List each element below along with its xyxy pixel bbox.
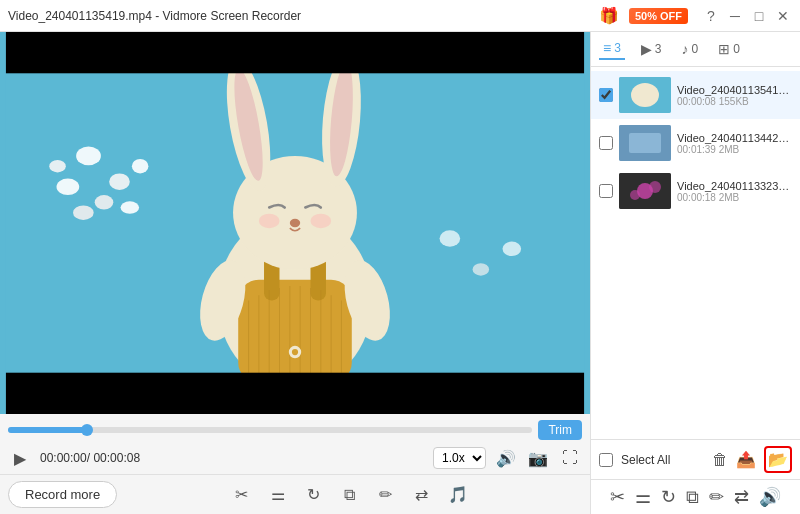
annotate-icon[interactable]: ✏ — [709, 486, 724, 508]
merge-icon[interactable]: ⚌ — [635, 486, 651, 508]
progress-bar[interactable] — [8, 427, 532, 433]
audio-icon[interactable]: 🎵 — [445, 482, 471, 508]
svg-point-49 — [649, 181, 661, 193]
total-time: 00:00:08 — [93, 451, 140, 465]
minimize-icon[interactable]: ─ — [726, 8, 744, 24]
svg-point-37 — [292, 349, 298, 355]
svg-rect-41 — [6, 373, 584, 414]
media-info-3: Video_240401133237.mp4 00:00:18 2MB — [677, 180, 792, 203]
current-time: 00:00:00 — [40, 451, 87, 465]
maximize-icon[interactable]: □ — [750, 8, 768, 24]
video-tab-icon: ▶ — [641, 41, 652, 57]
transform-icon[interactable]: ⇄ — [409, 482, 435, 508]
media-duration-3: 00:00:18 — [677, 192, 716, 203]
trim-button[interactable]: Trim — [538, 420, 582, 440]
media-meta-2: 00:01:39 2MB — [677, 144, 792, 155]
camera-icon[interactable]: 📷 — [526, 446, 550, 470]
media-name-2: Video_240401134422.mp4 — [677, 132, 792, 144]
equalizer-icon[interactable]: ⚌ — [265, 482, 291, 508]
image-tab-count: 0 — [733, 42, 740, 56]
media-thumb-1 — [619, 77, 671, 113]
fullscreen-icon[interactable]: ⛶ — [558, 446, 582, 470]
gift-icon: 🎁 — [599, 6, 619, 25]
cut-icon[interactable]: ✂ — [229, 482, 255, 508]
tab-video[interactable]: ▶ 3 — [637, 39, 666, 59]
media-thumb-3 — [619, 173, 671, 209]
media-meta-1: 00:00:08 155KB — [677, 96, 792, 107]
svg-point-7 — [121, 201, 140, 213]
export-icon[interactable]: 📤 — [736, 450, 756, 469]
clip-icon[interactable]: ✂ — [610, 486, 625, 508]
svg-point-9 — [440, 230, 461, 247]
svg-rect-13 — [238, 280, 352, 383]
svg-point-4 — [95, 195, 114, 209]
copy-icon[interactable]: ⧉ — [337, 482, 363, 508]
svg-point-5 — [132, 159, 149, 173]
sound-icon[interactable]: 🔊 — [759, 486, 781, 508]
duplicate-icon[interactable]: ⧉ — [686, 487, 699, 508]
media-thumb-2 — [619, 125, 671, 161]
tab-list[interactable]: ≡ 3 — [599, 38, 625, 60]
speed-select[interactable]: 1.0x 0.5x 1.5x 2.0x — [433, 447, 486, 469]
play-button[interactable]: ▶ — [8, 446, 32, 470]
select-all-label: Select All — [621, 453, 704, 467]
record-more-button[interactable]: Record more — [8, 481, 117, 508]
media-item-checkbox-2[interactable] — [599, 136, 613, 150]
media-duration-2: 00:01:39 — [677, 144, 716, 155]
media-item[interactable]: Video_240401135419.mp4 00:00:08 155KB — [591, 71, 800, 119]
tab-image[interactable]: ⊞ 0 — [714, 39, 744, 59]
audio-tab-count: 0 — [692, 42, 699, 56]
image-tab-icon: ⊞ — [718, 41, 730, 57]
media-tabs: ≡ 3 ▶ 3 ♪ 0 ⊞ 0 — [591, 32, 800, 67]
svg-point-3 — [57, 179, 80, 196]
media-meta-3: 00:00:18 2MB — [677, 192, 792, 203]
left-panel: Trim ▶ 00:00:00/ 00:00:08 1.0x 0.5x 1.5x… — [0, 32, 590, 514]
help-icon[interactable]: ? — [702, 8, 720, 24]
main-content: Trim ▶ 00:00:00/ 00:00:08 1.0x 0.5x 1.5x… — [0, 32, 800, 514]
bottom-bar: Record more ✂ ⚌ ↻ ⧉ ✏ ⇄ 🎵 — [0, 474, 590, 514]
media-item[interactable]: Video_240401133237.mp4 00:00:18 2MB — [591, 167, 800, 215]
svg-point-10 — [473, 263, 490, 275]
edit-icon[interactable]: ✏ — [373, 482, 399, 508]
svg-point-31 — [290, 219, 300, 227]
tab-audio[interactable]: ♪ 0 — [678, 39, 703, 59]
title-bar-text: Video_240401135419.mp4 - Vidmore Screen … — [8, 9, 599, 23]
right-bottom: Select All 🗑 📤 📂 ✂ ⚌ ↻ ⧉ ✏ ⇄ 🔊 — [591, 439, 800, 514]
video-area — [0, 32, 590, 414]
media-name-1: Video_240401135419.mp4 — [677, 84, 792, 96]
title-bar: Video_240401135419.mp4 - Vidmore Screen … — [0, 0, 800, 32]
svg-point-1 — [76, 147, 101, 166]
media-item-checkbox-3[interactable] — [599, 184, 613, 198]
svg-point-8 — [49, 160, 66, 172]
promo-badge[interactable]: 50% OFF — [629, 8, 688, 24]
rotate-icon[interactable]: ↻ — [301, 482, 327, 508]
progress-handle[interactable] — [81, 424, 93, 436]
flip-icon[interactable]: ⇄ — [734, 486, 749, 508]
promo-text: 50% OFF — [635, 10, 682, 22]
delete-icon[interactable]: 🗑 — [712, 451, 728, 469]
svg-point-43 — [631, 83, 659, 107]
svg-point-6 — [73, 205, 94, 219]
media-size-2: 2MB — [719, 144, 740, 155]
svg-point-2 — [109, 173, 130, 190]
close-icon[interactable]: ✕ — [774, 8, 792, 24]
bottom-actions: ✂ ⚌ ↻ ⧉ ✏ ⇄ 🔊 — [591, 480, 800, 514]
media-list: Video_240401135419.mp4 00:00:08 155KB — [591, 67, 800, 439]
bottom-tools: ✂ ⚌ ↻ ⧉ ✏ ⇄ 🎵 — [117, 482, 582, 508]
svg-rect-45 — [629, 133, 661, 153]
media-name-3: Video_240401133237.mp4 — [677, 180, 792, 192]
svg-point-33 — [310, 214, 331, 228]
media-item-checkbox-1[interactable] — [599, 88, 613, 102]
media-item[interactable]: Video_240401134422.mp4 00:01:39 2MB — [591, 119, 800, 167]
loop-icon[interactable]: ↻ — [661, 486, 676, 508]
svg-point-32 — [259, 214, 280, 228]
progress-bar-container: Trim — [8, 420, 582, 440]
volume-icon[interactable]: 🔊 — [494, 446, 518, 470]
select-all-checkbox[interactable] — [599, 453, 613, 467]
media-info-2: Video_240401134422.mp4 00:01:39 2MB — [677, 132, 792, 155]
media-duration-1: 00:00:08 — [677, 96, 716, 107]
list-tab-count: 3 — [614, 41, 621, 55]
select-all-bar: Select All 🗑 📤 📂 — [591, 440, 800, 480]
folder-open-icon[interactable]: 📂 — [764, 446, 792, 473]
audio-tab-icon: ♪ — [682, 41, 689, 57]
